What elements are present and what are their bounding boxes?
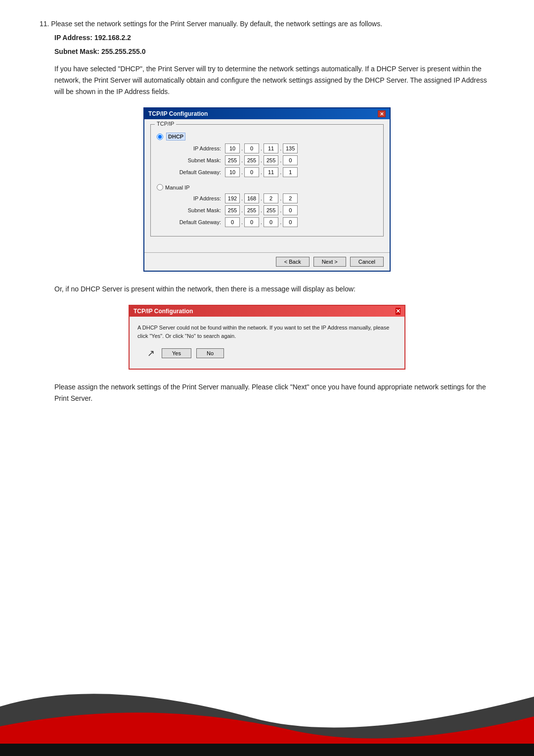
manual-ip-radio[interactable] [157, 184, 163, 190]
man-ip-oct3[interactable] [264, 193, 278, 203]
dhcp-sub-oct1[interactable] [225, 155, 240, 165]
dialog-titlebar-1: TCP/IP Configuration ✕ [144, 108, 390, 119]
next-button[interactable]: Next > [313, 257, 346, 267]
group-label-tcpip: TCP/IP [155, 121, 176, 127]
man-gw-oct1[interactable] [225, 217, 240, 227]
manual-gateway-label: Default Gateway: [157, 219, 221, 225]
spacer [150, 241, 384, 249]
tcpip-group-box: TCP/IP DHCP IP Address: . . [150, 124, 384, 236]
dialog-body-2: A DHCP Server could not be found within … [130, 317, 404, 369]
dhcp-gw-oct1[interactable] [225, 167, 240, 177]
dhcp-ip-oct3[interactable] [264, 143, 278, 153]
dhcp-ip-fields: . . . [225, 143, 298, 153]
dhcp-ip-row: IP Address: . . . [157, 143, 377, 153]
manual-subnet-label: Subnet Mask: [157, 207, 221, 213]
step-intro-text: Please set the network settings for the … [51, 20, 382, 28]
man-gw-oct3[interactable] [264, 217, 278, 227]
dialog-box-1: TCP/IP Configuration ✕ TCP/IP DHCP IP Ad… [143, 107, 391, 272]
step-number: 11. Please set the network settings for … [40, 20, 494, 28]
dhcp-ip-oct1[interactable] [225, 143, 240, 153]
dialog-box-2: TCP/IP Configuration ✕ A DHCP Server cou… [129, 305, 405, 370]
manual-ip-section: Manual IP IP Address: . . . [157, 184, 377, 227]
manual-ip-fields: . . . [225, 193, 298, 203]
dhcp-sub-oct2[interactable] [244, 155, 259, 165]
please-assign-text: Please assign the network settings of th… [54, 381, 494, 404]
cancel-button[interactable]: Cancel [350, 257, 384, 267]
manual-ip-row: IP Address: . . . [157, 193, 377, 203]
yes-button[interactable]: Yes [162, 348, 191, 358]
tcpip-dialog: TCP/IP Configuration ✕ TCP/IP DHCP IP Ad… [40, 107, 494, 272]
man-sub-oct3[interactable] [264, 205, 278, 215]
dialog2-btn-row: ↖ Yes No [137, 346, 397, 364]
dhcp-notfound-message: A DHCP Server could not be found within … [137, 324, 397, 340]
manual-ip-field-label: IP Address: [157, 195, 221, 201]
dhcp-notfound-dialog: TCP/IP Configuration ✕ A DHCP Server cou… [40, 305, 494, 370]
dialog-title-2: TCP/IP Configuration [134, 308, 193, 315]
dhcp-ip-label: IP Address: [157, 145, 221, 151]
manual-subnet-fields: . . . [225, 205, 298, 215]
manual-ip-label: Manual IP [165, 185, 190, 190]
dialog-titlebar-2: TCP/IP Configuration ✕ [130, 306, 404, 317]
ip-address-heading: IP Address: 192.168.2.2 [54, 34, 494, 42]
dialog-body-1: TCP/IP DHCP IP Address: . . [144, 119, 390, 252]
manual-gateway-row: Default Gateway: . . . [157, 217, 377, 227]
no-button[interactable]: No [196, 348, 224, 358]
dhcp-subnet-fields: . . . [225, 155, 298, 165]
man-ip-oct4[interactable] [283, 193, 298, 203]
manual-gateway-fields: . . . [225, 217, 298, 227]
step-number-value: 11. [40, 20, 49, 28]
svg-rect-0 [0, 744, 534, 756]
man-gw-oct2[interactable] [244, 217, 259, 227]
dhcp-gw-oct4[interactable] [283, 167, 298, 177]
dhcp-subnet-row: Subnet Mask: . . . [157, 155, 377, 165]
subnet-mask-heading: Subnet Mask: 255.255.255.0 [54, 47, 494, 55]
dhcp-gw-oct2[interactable] [244, 167, 259, 177]
man-sub-oct2[interactable] [244, 205, 259, 215]
dhcp-radio[interactable] [157, 134, 163, 140]
dhcp-gateway-fields: . . . [225, 167, 298, 177]
dhcp-info-text: If you have selected "DHCP", the Print S… [54, 63, 494, 97]
man-ip-oct2[interactable] [244, 193, 259, 203]
cursor-icon: ↖ [147, 348, 155, 359]
dhcp-radio-label: DHCP [166, 133, 185, 141]
dialog-footer-1: < Back Next > Cancel [144, 252, 390, 271]
dhcp-gateway-label: Default Gateway: [157, 169, 221, 175]
dhcp-ip-oct4[interactable] [283, 143, 298, 153]
man-ip-oct1[interactable] [225, 193, 240, 203]
back-button[interactable]: < Back [276, 257, 310, 267]
close-button-1[interactable]: ✕ [378, 110, 386, 117]
dhcp-subnet-label: Subnet Mask: [157, 157, 221, 163]
dhcp-sub-oct4[interactable] [283, 155, 298, 165]
man-sub-oct4[interactable] [283, 205, 298, 215]
dialog-title-1: TCP/IP Configuration [148, 110, 208, 117]
dhcp-gw-oct3[interactable] [264, 167, 278, 177]
man-gw-oct4[interactable] [283, 217, 298, 227]
close-button-2[interactable]: ✕ [396, 308, 400, 315]
manual-subnet-row: Subnet Mask: . . . [157, 205, 377, 215]
dhcp-gateway-row: Default Gateway: . . . [157, 167, 377, 177]
man-sub-oct1[interactable] [225, 205, 240, 215]
dhcp-radio-row[interactable]: DHCP [157, 133, 377, 141]
or-text: Or, if no DHCP Server is present within … [54, 284, 494, 295]
dhcp-ip-oct2[interactable] [244, 143, 259, 153]
dhcp-sub-oct3[interactable] [264, 155, 278, 165]
bottom-decoration [0, 667, 534, 756]
manual-radio-row[interactable]: Manual IP [157, 184, 377, 190]
